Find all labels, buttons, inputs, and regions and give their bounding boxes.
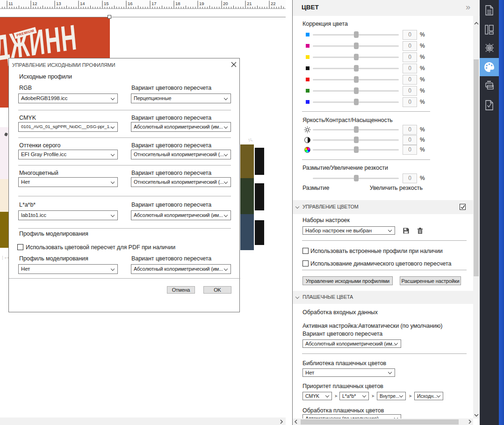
svg-text:13: 13 [56, 1, 61, 6]
svg-text:17: 17 [151, 1, 157, 6]
svg-text:12: 12 [32, 1, 37, 6]
svg-text:20: 20 [223, 1, 228, 6]
svg-text:14: 14 [80, 1, 85, 6]
svg-text:16: 16 [128, 1, 133, 6]
svg-text:15: 15 [104, 1, 109, 6]
svg-text:11: 11 [8, 1, 13, 6]
svg-text:21: 21 [247, 1, 252, 6]
svg-text:19: 19 [199, 1, 204, 6]
svg-text:18: 18 [175, 1, 180, 6]
svg-text:22: 22 [271, 1, 276, 6]
